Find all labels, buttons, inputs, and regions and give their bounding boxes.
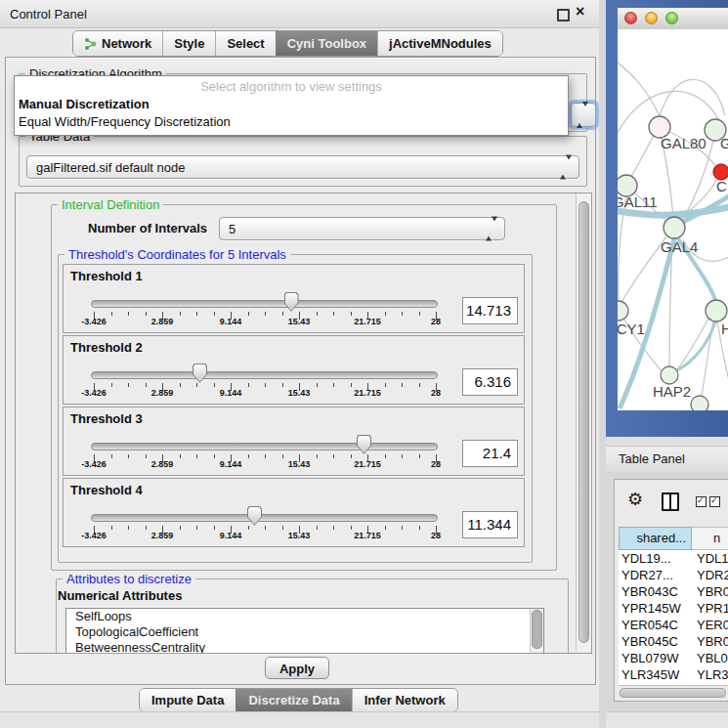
table-row[interactable]: YLR345WYLR3 [619,666,728,683]
bottom-strip [0,711,728,728]
tab-impute-data[interactable]: Impute Data [140,689,236,711]
network-graph[interactable]: GAL80GCGAL11GAL4GCY1HHAP2 [618,29,728,410]
column-header-shared[interactable]: shared... [619,527,692,550]
slider-thumb[interactable] [284,292,299,312]
float-window-icon[interactable] [557,9,570,21]
minor-tick [402,454,403,458]
slider-thumb[interactable] [193,364,207,383]
algorithm-combobox-focused[interactable] [571,103,596,127]
threshold-value-field[interactable]: 6.316 [462,368,518,396]
table-row[interactable]: YBR045CYBR0 [619,633,728,650]
table-horizontal-scrollbar-thumb[interactable] [620,688,726,698]
network-node-hap2[interactable] [661,366,678,384]
table-row[interactable]: YBR043CYBR0 [619,583,728,600]
table-horizontal-scrollbar[interactable] [619,685,728,699]
minor-tick [385,526,386,530]
table-row[interactable]: YBL079WYBL0 [619,650,728,666]
minor-tick [282,312,283,316]
minor-tick [317,454,318,458]
gear-icon[interactable]: ⚙ [627,489,643,510]
minor-tick [248,454,249,458]
cell-name: YLR3 [697,666,728,683]
slider-track[interactable] [91,300,438,308]
attributes-group-title: Attributes to discretize [63,572,195,586]
threshold-value-field[interactable]: 14.713 [462,297,518,324]
table-row[interactable]: YER054CYER0 [619,617,728,633]
panel-divider[interactable] [599,0,606,728]
minor-tick [111,526,112,530]
zoom-traffic-light-icon[interactable] [665,12,678,24]
minor-tick [180,454,181,458]
cell-shared-name: YLR345W [619,666,697,683]
tick-label: 15.43 [288,317,311,326]
minor-tick [248,312,249,316]
table-row[interactable]: YDL19...YDL1 [619,550,728,567]
attributes-list-scrollbar[interactable] [530,609,543,653]
slider-track[interactable] [91,371,438,379]
tab-cyni-toolbox[interactable]: Cyni Toolbox [276,31,377,56]
network-node-h[interactable] [706,300,727,321]
tick-label: 2.859 [151,531,174,540]
column-header-name[interactable]: n [692,527,728,550]
columns-icon[interactable] [662,492,679,511]
network-canvas[interactable]: GAL80GCGAL11GAL4GCY1HHAP2 [618,29,728,410]
minor-tick [146,526,147,530]
slider-thumb[interactable] [357,435,371,454]
tab-infer-network[interactable]: Infer Network [352,689,457,711]
table-data-value: galFiltered.sif default node [36,160,185,175]
minor-tick [265,526,266,530]
tick-label: 28 [431,317,441,326]
tab-discretize-data[interactable]: Discretize Data [236,689,351,711]
minimize-traffic-light-icon[interactable] [645,12,658,24]
network-node-gcy1[interactable] [618,301,628,321]
number-of-intervals-combobox[interactable]: 5 [219,217,505,240]
table-row[interactable]: YDR27...YDR2 [619,567,728,583]
algorithm-option-equal-width[interactable]: Equal Width/Frequency Discretization [19,114,231,129]
select-columns-icon[interactable] [696,496,720,507]
numerical-attributes-list[interactable]: SelfLoopsTopologicalCoefficientBetweenne… [65,608,544,654]
list-item-betweennesscentrality[interactable]: BetweennessCentrality [66,640,543,654]
threshold-value-field[interactable]: 11.344 [462,511,518,538]
slider-track[interactable] [91,443,438,450]
table-header-row: shared... n [619,527,728,550]
tick-label: -3.426 [81,317,107,326]
threshold-value-field[interactable]: 21.4 [462,440,518,467]
network-edge[interactable] [618,59,660,116]
cell-shared-name: YBR043C [619,583,697,600]
network-node[interactable] [691,396,708,410]
minor-tick [265,454,266,458]
cell-shared-name: YBL079W [619,650,697,666]
network-node-gal4[interactable] [664,217,685,238]
network-node-label: G [720,135,728,151]
tab-network[interactable]: Network [73,31,162,56]
table-row[interactable]: YPR145WYPR1 [619,600,728,617]
minor-tick [196,383,197,387]
tab-jactivemnodules[interactable]: jActiveMNodules [377,31,502,56]
minor-tick [128,454,129,458]
screen: Control Panel NetworkStyleSelectCyni Too… [0,0,728,728]
algorithm-option-manual[interactable]: Manual Discretization [19,97,150,111]
algorithm-hint: Select algorithm to view settings [15,79,568,94]
close-traffic-light-icon[interactable] [624,12,637,24]
settings-scrollbar-thumb[interactable] [578,201,589,643]
network-edge[interactable] [660,79,725,116]
list-item-topologicalcoefficient[interactable]: TopologicalCoefficient [66,624,543,640]
list-item-selfloops[interactable]: SelfLoops [66,609,543,624]
close-icon[interactable] [576,3,584,21]
checkbox-icon [696,496,707,507]
slider-track[interactable] [91,514,438,522]
apply-button[interactable]: Apply [265,657,329,679]
cell-shared-name: YER054C [619,617,697,633]
control-panel: Control Panel NetworkStyleSelectCyni Too… [0,0,599,728]
tick-label: -3.426 [81,388,107,398]
attributes-list-scrollbar-thumb[interactable] [532,610,542,649]
table-panel-inner: ⚙ shared... n YDL19...YDL1YDR27...YDR2YB… [614,479,728,702]
settings-scrollbar[interactable] [576,193,591,651]
network-edge[interactable] [631,135,654,177]
tab-select[interactable]: Select [215,31,275,56]
slider-thumb[interactable] [247,506,262,526]
slider-thumb-face [248,507,261,525]
table-data-combobox[interactable]: galFiltered.sif default node [26,155,579,179]
tab-style[interactable]: Style [162,31,215,56]
tick-label: 15.43 [288,459,311,469]
